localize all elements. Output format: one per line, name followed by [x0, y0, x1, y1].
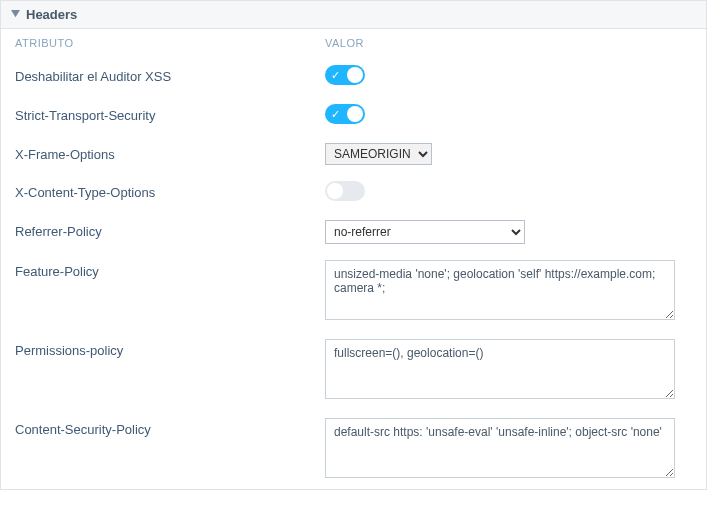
textarea-permissions[interactable]	[325, 339, 675, 399]
toggle-hsts[interactable]: ✓	[325, 104, 365, 124]
collapse-caret-icon	[11, 10, 20, 19]
column-header-attribute: ATRIBUTO	[15, 37, 325, 49]
row-csp: Content-Security-Policy	[1, 410, 706, 489]
svg-marker-0	[11, 10, 20, 17]
check-icon: ✓	[331, 107, 340, 121]
check-icon: ✓	[331, 68, 340, 82]
select-xframe[interactable]: SAMEORIGIN	[325, 143, 432, 165]
toggle-xss[interactable]: ✓	[325, 65, 365, 85]
label-xss: Deshabilitar el Auditor XSS	[15, 65, 325, 84]
row-permissions: Permissions-policy	[1, 331, 706, 410]
panel-title: Headers	[26, 7, 77, 22]
column-headers: ATRIBUTO VALOR	[1, 29, 706, 57]
label-hsts: Strict-Transport-Security	[15, 104, 325, 123]
panel-header[interactable]: Headers	[1, 1, 706, 29]
label-xcontent: X-Content-Type-Options	[15, 181, 325, 200]
row-hsts: Strict-Transport-Security ✓	[1, 96, 706, 135]
label-referrer: Referrer-Policy	[15, 220, 325, 239]
select-referrer[interactable]: no-referrer	[325, 220, 525, 244]
headers-panel: Headers ATRIBUTO VALOR Deshabilitar el A…	[0, 0, 707, 490]
label-permissions: Permissions-policy	[15, 339, 325, 358]
row-referrer: Referrer-Policy no-referrer	[1, 212, 706, 252]
label-xframe: X-Frame-Options	[15, 143, 325, 162]
toggle-xcontent[interactable]	[325, 181, 365, 201]
row-xcontent: X-Content-Type-Options	[1, 173, 706, 212]
row-feature: Feature-Policy	[1, 252, 706, 331]
label-csp: Content-Security-Policy	[15, 418, 325, 437]
textarea-feature[interactable]	[325, 260, 675, 320]
row-xss: Deshabilitar el Auditor XSS ✓	[1, 57, 706, 96]
textarea-csp[interactable]	[325, 418, 675, 478]
column-header-value: VALOR	[325, 37, 692, 49]
label-feature: Feature-Policy	[15, 260, 325, 279]
row-xframe: X-Frame-Options SAMEORIGIN	[1, 135, 706, 173]
